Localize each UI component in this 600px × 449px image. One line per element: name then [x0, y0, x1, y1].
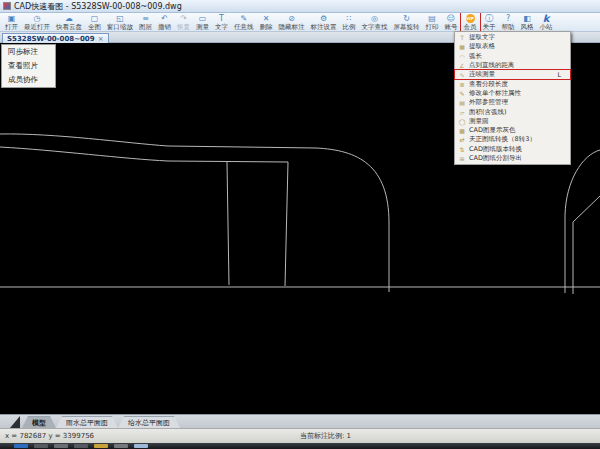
vip-menu-item[interactable]: ≣ 查看分段长度	[455, 79, 570, 88]
vip-menu-item[interactable]: ∠ 点到直线的距离	[455, 61, 570, 70]
recent-open-icon: ◷	[34, 14, 41, 23]
status-bar: x = 782687 y = 3399756 当前标注比例: 1	[0, 428, 600, 443]
window-zoom-icon: ◱	[116, 14, 124, 23]
toolbar-button-label: 隐藏标注	[279, 23, 305, 31]
close-icon[interactable]: ×	[98, 35, 104, 43]
menu-item-label: CAD图显示灰色	[469, 126, 558, 135]
toolbar-button-label: 任意线	[234, 23, 254, 31]
vip-menu-item[interactable]: ∿ 连续测量 L	[455, 70, 570, 79]
free-line-icon: ✎	[240, 14, 247, 23]
vip-menu-item[interactable]: ▤ 外部参照管理	[455, 98, 570, 107]
menu-item-label: 提取表格	[469, 42, 558, 51]
toolbar-button-label: 测量	[196, 23, 209, 31]
toolbar-button[interactable]: ≡ 图层	[136, 13, 155, 32]
vip-menu-item[interactable]: ▦ 提取表格	[455, 42, 570, 51]
layers-icon: ≡	[142, 14, 149, 23]
toolbar-button[interactable]: ▢ 全图	[85, 13, 104, 32]
toolbar-button[interactable]: ⚙ 标注设置	[308, 13, 340, 32]
menu-item-label: 面积(含弧线)	[469, 108, 558, 117]
start-icon[interactable]	[14, 444, 28, 448]
taskbar-app-icon[interactable]	[74, 444, 88, 448]
road-edge-inner	[0, 147, 288, 162]
help-icon: ?	[506, 14, 510, 23]
toolbar-button-label: 帮助	[502, 23, 515, 31]
vip-menu-item[interactable]: ⇄ 天正图纸转换（8转3）	[455, 135, 570, 144]
account-icon: ☺	[447, 14, 455, 23]
vip-menu-item[interactable]: ◯ 测量圆	[455, 117, 570, 126]
toolbar-button-label: 最近打开	[24, 23, 50, 31]
toolbar-button[interactable]: ⓘ 关于	[480, 13, 499, 32]
layout-tab[interactable]: 模型	[22, 416, 56, 428]
tab-bar-wedge-icon	[10, 416, 20, 428]
toolbar-button[interactable]: ▣ 打开	[2, 13, 21, 32]
vip-menu-item[interactable]: ⊞ CAD图纸分割导出	[455, 154, 570, 163]
toolbar-button[interactable]: ☺ 账号	[442, 13, 461, 32]
toolbar-button-label: 图层	[139, 23, 152, 31]
toolbar-button[interactable]: k 小站	[537, 13, 556, 32]
context-menu-item-label: 成员协作	[8, 75, 38, 85]
vip-menu-item[interactable]: ▱ 面积(含弧线)	[455, 107, 570, 116]
print-icon: ▤	[428, 14, 436, 23]
title-bar: CAD快速看图 - S5328SW-00-008~009.dwg	[0, 0, 600, 13]
taskbar-app-icon[interactable]	[54, 444, 68, 448]
edit-annotation-icon: ✎	[458, 90, 466, 97]
open-icon: ▣	[8, 14, 16, 23]
main-toolbar: ▣ 打开 ◷ 最近打开 ☁ 快看云盘 ▢ 全图 ◱ 窗口缩放 ≡ 图层 ↶ 撤销	[0, 13, 600, 32]
toolbar-button[interactable]: T 文字	[212, 13, 231, 32]
toolbar-button[interactable]: ? 帮助	[499, 13, 518, 32]
toolbar-button[interactable]: ◱ 窗口缩放	[104, 13, 136, 32]
active-app-icon[interactable]	[134, 444, 148, 448]
toolbar-button[interactable]: ▤ 打印	[423, 13, 442, 32]
measure-icon: ▭	[199, 14, 207, 23]
toolbar-button[interactable]: ↻ 屏幕旋转	[391, 13, 423, 32]
layout-tab-label: 雨水总平面图	[66, 418, 108, 428]
vip-menu-item[interactable]: ◠ 弧长	[455, 52, 570, 61]
menu-item-label: 修改单个标注属性	[469, 89, 558, 98]
vip-menu-item[interactable]: ✎ 修改单个标注属性	[455, 89, 570, 98]
layout-tab[interactable]: 给水总平面图	[118, 416, 180, 428]
toolbar-button[interactable]: ∷ 比例	[340, 13, 359, 32]
annotation-settings-icon: ⚙	[320, 14, 327, 23]
toolbar-button-label: 删除	[260, 23, 273, 31]
toolbar-button[interactable]: ↶ 撤销	[155, 13, 174, 32]
toolbar-button-label: 打印	[426, 23, 439, 31]
context-menu-item-label: 查看照片	[8, 61, 38, 71]
toolbar-button[interactable]: ⊘ 隐藏标注	[276, 13, 308, 32]
context-menu-item[interactable]: 同步标注	[2, 45, 55, 59]
toolbar-button-label: 账号	[445, 23, 458, 31]
vip-menu-item[interactable]: T 提取文字	[455, 33, 570, 42]
toolbar-button-label: 文字	[215, 23, 228, 31]
canvas-context-menu: 同步标注 查看照片 成员协作	[1, 44, 56, 88]
toolbar-button[interactable]: ✎ 任意线	[231, 13, 257, 32]
area-with-arc-icon: ▱	[458, 109, 466, 116]
menu-item-label: 点到直线的距离	[469, 61, 558, 70]
taskbar-app-icon[interactable]	[114, 444, 128, 448]
context-menu-item[interactable]: 查看照片	[2, 59, 55, 73]
menu-item-label: 测量圆	[469, 117, 558, 126]
toolbar-button[interactable]: ↷ 恢复	[174, 13, 193, 32]
toolbar-button[interactable]: ▭ 测量	[193, 13, 212, 32]
toolbar-button[interactable]: ◎ 文字查找	[359, 13, 391, 32]
toolbar-button[interactable]: ◷ 最近打开	[21, 13, 53, 32]
parcel-line-right	[285, 162, 288, 286]
extract-table-icon: ▦	[458, 43, 466, 50]
document-tab[interactable]: S5328SW-00-008~009 ×	[2, 33, 109, 43]
context-menu-item[interactable]: 成员协作	[2, 73, 55, 87]
text-icon: T	[219, 14, 224, 23]
layout-tab[interactable]: 雨水总平面图	[56, 416, 118, 428]
toolbar-button[interactable]: VIP 会员	[461, 13, 480, 32]
redo-icon: ↷	[180, 14, 187, 23]
toolbar-button[interactable]: ☁ 快看云盘	[53, 13, 85, 32]
toolbar-button[interactable]: ◧ 风格	[518, 13, 537, 32]
app-window: CAD快速看图 - S5328SW-00-008~009.dwg ▣ 打开 ◷ …	[0, 0, 600, 449]
toolbar-button[interactable]: ✕ 删除	[257, 13, 276, 32]
menu-item-label: 天正图纸转换（8转3）	[469, 135, 558, 144]
style-icon: ◧	[523, 14, 531, 23]
vip-menu-item[interactable]: ▩ CAD图显示灰色	[455, 126, 570, 135]
menu-item-label: 外部参照管理	[469, 98, 558, 107]
screen-rotate-icon: ↻	[403, 14, 410, 23]
folder-icon[interactable]	[94, 444, 108, 448]
vip-menu-item[interactable]: ⇅ CAD图纸版本转换	[455, 145, 570, 154]
taskbar-app-icon[interactable]	[34, 444, 48, 448]
arc-length-icon: ◠	[458, 53, 466, 60]
